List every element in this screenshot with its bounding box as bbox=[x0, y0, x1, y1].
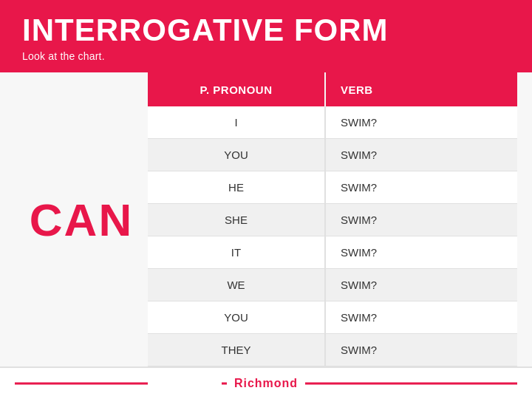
subtitle: Look at the chart. bbox=[22, 50, 510, 62]
col-pronoun-header: P. PRONOUN bbox=[148, 72, 326, 106]
pronoun-cell: IT bbox=[148, 236, 326, 268]
table-row: ISWIM? bbox=[148, 106, 517, 139]
pronoun-cell: THEY bbox=[148, 334, 326, 366]
table-row: ITSWIM? bbox=[148, 236, 517, 269]
pronoun-cell: YOU bbox=[148, 139, 326, 171]
table-row: SHESWIM? bbox=[148, 204, 517, 236]
table-row: YOUSWIM? bbox=[148, 301, 517, 334]
verb-cell: SWIM? bbox=[326, 236, 517, 268]
verb-cell: SWIM? bbox=[326, 301, 517, 333]
main-content: CAN P. PRONOUN VERB ISWIM?YOUSWIM?HESWIM… bbox=[0, 72, 532, 366]
pronoun-cell: I bbox=[148, 106, 326, 138]
pronoun-cell: WE bbox=[148, 269, 326, 301]
verb-cell: SWIM? bbox=[326, 139, 517, 171]
verb-cell: SWIM? bbox=[326, 269, 517, 301]
table-body: ISWIM?YOUSWIM?HESWIM?SHESWIM?ITSWIM?WESW… bbox=[148, 106, 517, 366]
verb-cell: SWIM? bbox=[326, 106, 517, 138]
table-wrapper: CAN P. PRONOUN VERB ISWIM?YOUSWIM?HESWIM… bbox=[15, 72, 517, 366]
page: INTERROGATIVE FORM Look at the chart. CA… bbox=[0, 0, 532, 399]
brand-label: Richmond bbox=[227, 377, 305, 390]
can-cell: CAN bbox=[15, 72, 148, 366]
footer-line-left bbox=[15, 383, 148, 385]
page-title: INTERROGATIVE FORM bbox=[22, 13, 510, 47]
header: INTERROGATIVE FORM Look at the chart. bbox=[0, 0, 532, 72]
pronoun-cell: YOU bbox=[148, 301, 326, 333]
table-row: WESWIM? bbox=[148, 269, 517, 301]
verb-cell: SWIM? bbox=[326, 334, 517, 366]
table-row: THEYSWIM? bbox=[148, 334, 517, 366]
table-row: YOUSWIM? bbox=[148, 139, 517, 171]
table-header: P. PRONOUN VERB bbox=[148, 72, 517, 106]
pronoun-cell: SHE bbox=[148, 204, 326, 236]
verb-cell: SWIM? bbox=[326, 171, 517, 203]
table-right: P. PRONOUN VERB ISWIM?YOUSWIM?HESWIM?SHE… bbox=[148, 72, 517, 366]
pronoun-cell: HE bbox=[148, 171, 326, 203]
can-label: CAN bbox=[30, 194, 133, 246]
col-verb-header: VERB bbox=[326, 72, 517, 106]
table-row: HESWIM? bbox=[148, 171, 517, 204]
footer: Richmond bbox=[0, 366, 532, 399]
verb-cell: SWIM? bbox=[326, 204, 517, 236]
